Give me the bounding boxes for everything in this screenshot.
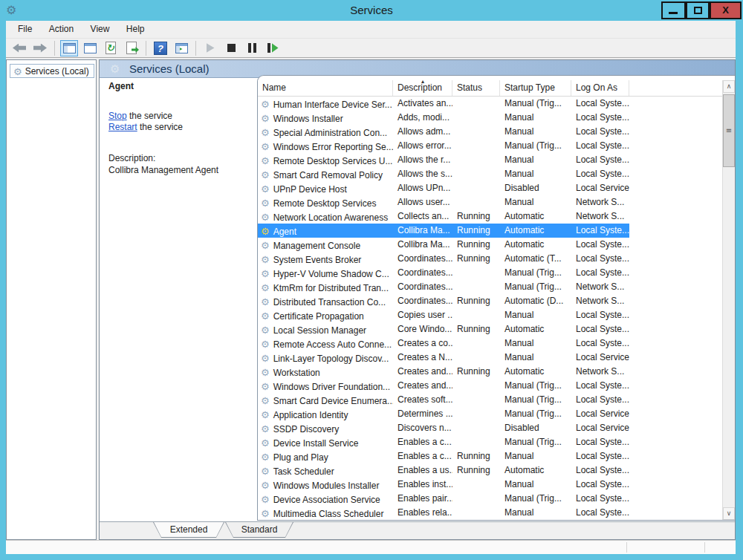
table-row[interactable]: ⚙Distributed Transaction Co...Coordinate… (258, 294, 722, 308)
table-row[interactable]: ⚙Device Install ServiceEnables a c...Man… (258, 435, 722, 449)
service-name: Hyper-V Volume Shadow C... (273, 269, 389, 279)
table-row[interactable]: ⚙Windows Modules InstallerEnables inst..… (258, 478, 722, 492)
menu-view[interactable]: View (84, 21, 117, 37)
service-name: Windows Installer (273, 114, 343, 124)
menu-file[interactable]: File (11, 21, 39, 37)
column-header-name[interactable]: Name (258, 80, 393, 96)
back-button[interactable] (10, 40, 28, 56)
table-row[interactable]: ⚙AgentCollibra Ma...RunningAutomaticLoca… (258, 224, 722, 238)
table-row[interactable]: ⚙Multimedia Class SchedulerEnables rela.… (258, 506, 722, 520)
table-row[interactable]: ⚙Windows Error Reporting Se...Allows err… (258, 139, 722, 153)
tab-extended[interactable]: Extended (153, 522, 224, 538)
stop-service-button[interactable] (222, 40, 240, 56)
service-gear-icon: ⚙ (261, 282, 270, 293)
scroll-up-button[interactable]: ∧ (723, 80, 735, 93)
column-header-filler (629, 80, 722, 96)
tab-standard[interactable]: Standard (225, 522, 293, 538)
table-row[interactable]: ⚙Local Session ManagerCore Windo...Runni… (258, 322, 722, 336)
menu-help[interactable]: Help (120, 21, 152, 37)
titlebar: ⚙ Services X (0, 0, 743, 21)
view-tabstrip: Extended Standard (100, 521, 735, 539)
table-row[interactable]: ⚙KtmRm for Distributed Tran...Coordinate… (258, 280, 722, 294)
table-cell: Coordinates... (393, 280, 452, 294)
forward-button[interactable] (31, 40, 49, 56)
table-row[interactable]: ⚙System Events BrokerCoordinates...Runni… (258, 252, 722, 266)
help-button[interactable]: ? (152, 40, 169, 56)
service-name: Local Session Manager (273, 325, 366, 336)
service-name: Link-Layer Topology Discov... (273, 354, 389, 364)
table-cell: Automatic (500, 322, 571, 336)
table-row[interactable]: ⚙Remote Desktop ServicesAllows user...Ma… (258, 195, 722, 209)
export-list-button[interactable] (123, 40, 140, 56)
service-gear-icon: ⚙ (261, 113, 270, 124)
table-cell: Manual (500, 167, 571, 181)
table-row[interactable]: ⚙Smart Card Device Enumera...Creates sof… (258, 393, 722, 407)
table-cell: Local Syste... (571, 111, 629, 125)
table-row[interactable]: ⚙Management ConsoleCollibra Ma...Running… (258, 238, 722, 252)
column-header-startup-type[interactable]: Startup Type (500, 80, 571, 96)
table-cell: Enables inst... (393, 478, 452, 492)
services-pane: ⚙ Services (Local) Agent Stop the servic… (99, 59, 736, 540)
table-row[interactable]: ⚙Task SchedulerEnables a us...RunningAut… (258, 463, 722, 478)
column-header-status[interactable]: Status (452, 80, 500, 96)
table-row[interactable]: ⚙Remote Access Auto Conne...Creates a co… (258, 336, 722, 351)
table-row[interactable]: ⚙Network Location AwarenessCollects an..… (258, 209, 722, 224)
start-icon (207, 43, 215, 53)
table-cell (452, 266, 500, 280)
table-cell: Collibra Ma... (393, 238, 452, 252)
maximize-icon (694, 7, 702, 14)
scrollbar-thumb[interactable]: ≡ (723, 94, 735, 167)
toolbar-separator (54, 41, 55, 56)
column-header-description[interactable]: Description▴ (393, 80, 452, 96)
service-gear-icon: ⚙ (261, 254, 270, 265)
start-service-button[interactable] (201, 40, 219, 56)
table-cell: Local Syste... (571, 252, 629, 266)
table-row[interactable]: ⚙Special Administration Con...Allows adm… (258, 125, 722, 139)
table-row[interactable]: ⚙SSDP DiscoveryDiscovers n...DisabledLoc… (258, 421, 722, 435)
service-name: Distributed Transaction Co... (273, 297, 386, 307)
scroll-down-button[interactable]: ∨ (723, 507, 735, 520)
stop-service-line: Stop the service (108, 111, 250, 122)
maximize-button[interactable] (686, 1, 710, 19)
table-row[interactable]: ⚙Smart Card Removal PolicyAllows the s..… (258, 167, 722, 181)
service-name: Windows Modules Installer (273, 481, 380, 491)
column-header-log-on-as[interactable]: Log On As (571, 80, 629, 96)
table-row[interactable]: ⚙Windows InstallerAdds, modi...ManualLoc… (258, 111, 722, 125)
service-name: Application Identity (273, 410, 348, 420)
table-cell: Determines ... (393, 407, 452, 421)
table-row[interactable]: ⚙Link-Layer Topology Discov...Creates a … (258, 351, 722, 365)
table-row[interactable]: ⚙Human Interface Device Ser...Activates … (258, 97, 722, 111)
table-row[interactable]: ⚙UPnP Device HostAllows UPn...DisabledLo… (258, 181, 722, 195)
table-cell: Automatic (500, 463, 571, 478)
vertical-scrollbar[interactable]: ∧ ≡ ∨ (722, 80, 735, 520)
table-row[interactable]: ⚙Hyper-V Volume Shadow C...Coordinates..… (258, 266, 722, 280)
restart-service-link[interactable]: Restart (108, 122, 137, 132)
minimize-button[interactable] (661, 1, 686, 19)
table-row[interactable]: ⚙Plug and PlayEnables a c...RunningManua… (258, 449, 722, 463)
tree-item-services-local[interactable]: ⚙ Services (Local) (10, 64, 94, 78)
menu-action[interactable]: Action (42, 21, 80, 37)
table-row[interactable]: ⚙Application IdentityDetermines ...Manua… (258, 407, 722, 421)
table-cell (452, 111, 500, 125)
table-row[interactable]: ⚙Certificate PropagationCopies user ...M… (258, 308, 722, 322)
service-name: Windows Error Reporting Se... (273, 142, 393, 152)
table-row[interactable]: ⚙WorkstationCreates and...RunningAutomat… (258, 365, 722, 379)
table-row[interactable]: ⚙Remote Desktop Services U...Allows the … (258, 153, 722, 167)
service-name: Device Install Service (273, 438, 359, 449)
service-name: Task Scheduler (273, 466, 334, 477)
table-row[interactable]: ⚙Device Association ServiceEnables pair.… (258, 492, 722, 506)
stop-service-link[interactable]: Stop (108, 111, 127, 121)
table-cell: Running (452, 365, 500, 379)
close-button[interactable]: X (710, 1, 742, 19)
restart-service-button[interactable] (264, 40, 282, 56)
refresh-button[interactable]: ↻ (102, 40, 120, 56)
selected-service-name: Agent (108, 81, 250, 91)
table-cell: Local Syste... (571, 153, 629, 167)
services-gear-icon: ⚙ (110, 62, 120, 76)
properties-button[interactable] (81, 40, 99, 56)
pause-service-button[interactable] (243, 40, 261, 56)
table-row[interactable]: ⚙Windows Driver Foundation...Creates and… (258, 379, 722, 393)
service-gear-icon: ⚙ (261, 395, 270, 406)
extended-view-button[interactable] (172, 40, 190, 56)
show-console-tree-button[interactable] (60, 40, 78, 56)
